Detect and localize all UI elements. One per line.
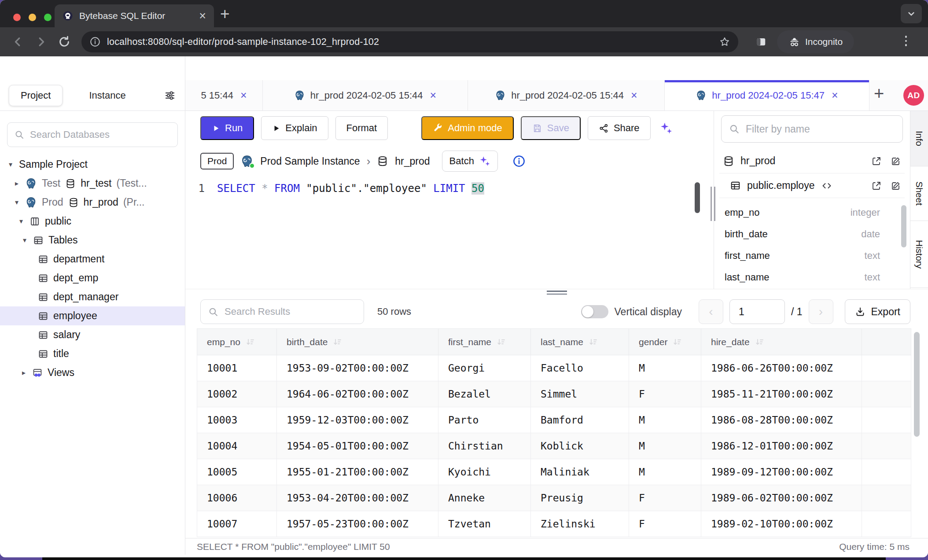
- table-row[interactable]: 100051955-01-21T00:00:00ZKyoichiMaliniak…: [197, 459, 911, 485]
- external-link-icon[interactable]: [871, 181, 882, 191]
- column-header[interactable]: birth_date: [277, 329, 438, 355]
- editor-tab[interactable]: hr_prod 2024-02-05 15:44×: [263, 80, 468, 111]
- close-tab-icon[interactable]: ×: [631, 90, 637, 101]
- vertical-splitter-handle[interactable]: [711, 187, 715, 221]
- filter-by-name-input[interactable]: Filter by name: [721, 115, 903, 143]
- caret-down-icon[interactable]: ▾: [18, 217, 25, 225]
- vertical-display-toggle[interactable]: [581, 305, 608, 318]
- admin-mode-button[interactable]: Admin mode: [421, 116, 514, 140]
- search-databases-input[interactable]: Search Databases: [7, 122, 178, 147]
- tree-item-project[interactable]: ▾ Sample Project: [0, 155, 185, 174]
- tab-search-button[interactable]: [901, 4, 922, 23]
- panel-table-row[interactable]: public.employe: [719, 173, 905, 198]
- share-button[interactable]: Share: [588, 116, 651, 140]
- code-icon[interactable]: [821, 181, 832, 191]
- sort-icon[interactable]: [673, 338, 681, 346]
- bookmark-star-icon[interactable]: [719, 36, 730, 48]
- horizontal-splitter[interactable]: [185, 289, 928, 295]
- panel-scrollbar[interactable]: [901, 205, 906, 247]
- tree-item-schema-public[interactable]: ▾ public: [0, 212, 185, 231]
- sort-icon[interactable]: [755, 338, 764, 346]
- save-button[interactable]: Save: [521, 116, 581, 140]
- browser-menu-icon[interactable]: [903, 36, 909, 46]
- tree-item-table[interactable]: dept_emp: [0, 269, 185, 287]
- close-tab-icon[interactable]: ×: [240, 90, 247, 101]
- panel-database-row[interactable]: hr_prod: [719, 149, 905, 173]
- explain-button[interactable]: Explain: [261, 116, 328, 140]
- instance-name[interactable]: Prod Sample Instance: [260, 155, 360, 167]
- tree-item-table[interactable]: employee: [0, 306, 185, 325]
- new-browser-tab-button[interactable]: +: [220, 5, 230, 23]
- url-bar[interactable]: localhost:8080/sql-editor/prod-sample-in…: [81, 31, 738, 52]
- minimize-window-button[interactable]: [29, 14, 36, 21]
- external-link-icon[interactable]: [871, 156, 882, 166]
- avatar[interactable]: AD: [903, 85, 924, 106]
- tree-item-table[interactable]: salary: [0, 325, 185, 344]
- prev-page-button[interactable]: ‹: [699, 299, 723, 324]
- caret-down-icon[interactable]: ▾: [13, 198, 20, 206]
- editor-scrollbar[interactable]: [695, 182, 700, 213]
- tree-group-tables[interactable]: ▾ Tables: [0, 231, 185, 250]
- database-name[interactable]: hr_prod: [395, 155, 430, 167]
- close-window-button[interactable]: [13, 14, 21, 21]
- table-row[interactable]: 100071957-05-23T00:00:00ZTzvetanZielinsk…: [197, 511, 911, 537]
- column-header[interactable]: first_name: [438, 329, 531, 355]
- caret-right-icon[interactable]: ▸: [13, 179, 20, 188]
- reload-icon[interactable]: [57, 35, 71, 49]
- column-header[interactable]: hire_date: [701, 329, 862, 355]
- back-icon[interactable]: [10, 34, 26, 50]
- editor-tab[interactable]: hr_prod 2024-02-05 15:44×: [468, 80, 665, 111]
- sort-icon[interactable]: [333, 338, 342, 346]
- caret-right-icon[interactable]: ▸: [20, 368, 27, 377]
- export-button[interactable]: Export: [845, 299, 910, 324]
- tree-item-database-test[interactable]: ▸ Test hr_test (Test...: [0, 174, 185, 193]
- filter-settings-icon[interactable]: [164, 89, 176, 102]
- tab-instance[interactable]: Instance: [77, 85, 137, 106]
- editor-tab[interactable]: hr_prod 2024-02-05 15:47×: [665, 80, 869, 111]
- next-page-button[interactable]: ›: [809, 299, 833, 324]
- tree-item-table[interactable]: department: [0, 250, 185, 269]
- schema-column-row[interactable]: emp_nointeger: [725, 202, 899, 223]
- results-scrollbar[interactable]: [914, 332, 920, 437]
- schema-column-row[interactable]: birth_datedate: [725, 223, 899, 245]
- column-header[interactable]: emp_no: [197, 329, 277, 355]
- schema-column-row[interactable]: first_nametext: [725, 245, 899, 266]
- tree-item-table[interactable]: title: [0, 344, 185, 363]
- format-button[interactable]: Format: [335, 116, 388, 140]
- sort-icon[interactable]: [246, 338, 254, 346]
- forward-icon[interactable]: [33, 34, 49, 50]
- ai-sparkle-icon[interactable]: [659, 122, 673, 135]
- table-row[interactable]: 100061953-04-20T00:00:00ZAnnekePreusigF1…: [197, 485, 911, 511]
- browser-tab[interactable]: Bytebase SQL Editor ×: [55, 4, 214, 27]
- close-tab-icon[interactable]: ×: [832, 90, 838, 101]
- tree-item-table[interactable]: dept_manager: [0, 287, 185, 306]
- batch-button[interactable]: Batch: [442, 151, 498, 172]
- sql-editor[interactable]: 1 SELECT * FROM "public"."employee" LIMI…: [185, 177, 714, 289]
- tab-info[interactable]: Info: [910, 111, 928, 166]
- column-header[interactable]: last_name: [531, 329, 629, 355]
- tab-project[interactable]: Project: [9, 85, 63, 106]
- tab-history[interactable]: History: [910, 221, 928, 288]
- sort-icon[interactable]: [589, 338, 597, 346]
- new-sheet-button[interactable]: +: [874, 84, 884, 103]
- column-header[interactable]: gender: [629, 329, 701, 355]
- edit-icon[interactable]: [891, 181, 901, 191]
- caret-down-icon[interactable]: ▾: [7, 160, 14, 169]
- run-button[interactable]: Run: [200, 116, 254, 140]
- maximize-window-button[interactable]: [44, 14, 52, 21]
- page-number-input[interactable]: 1: [729, 299, 785, 324]
- caret-down-icon[interactable]: ▾: [21, 236, 28, 244]
- tree-group-views[interactable]: ▸ Views: [0, 363, 185, 382]
- editor-tab[interactable]: 5 15:44×: [185, 80, 263, 111]
- sort-icon[interactable]: [497, 338, 505, 346]
- search-results-input[interactable]: Search Results: [200, 299, 364, 324]
- info-icon[interactable]: [512, 155, 526, 168]
- table-row[interactable]: 100021964-06-02T00:00:00ZBezalelSimmelF1…: [197, 381, 911, 407]
- tab-sheet[interactable]: Sheet: [910, 166, 928, 221]
- edit-icon[interactable]: [891, 156, 901, 166]
- side-panel-icon[interactable]: [755, 36, 767, 48]
- close-browser-tab-icon[interactable]: ×: [199, 10, 206, 22]
- table-row[interactable]: 100011953-09-02T00:00:00ZGeorgiFacelloM1…: [197, 355, 911, 381]
- table-row[interactable]: 100041954-05-01T00:00:00ZChirstianKoblic…: [197, 433, 911, 459]
- close-tab-icon[interactable]: ×: [430, 90, 437, 101]
